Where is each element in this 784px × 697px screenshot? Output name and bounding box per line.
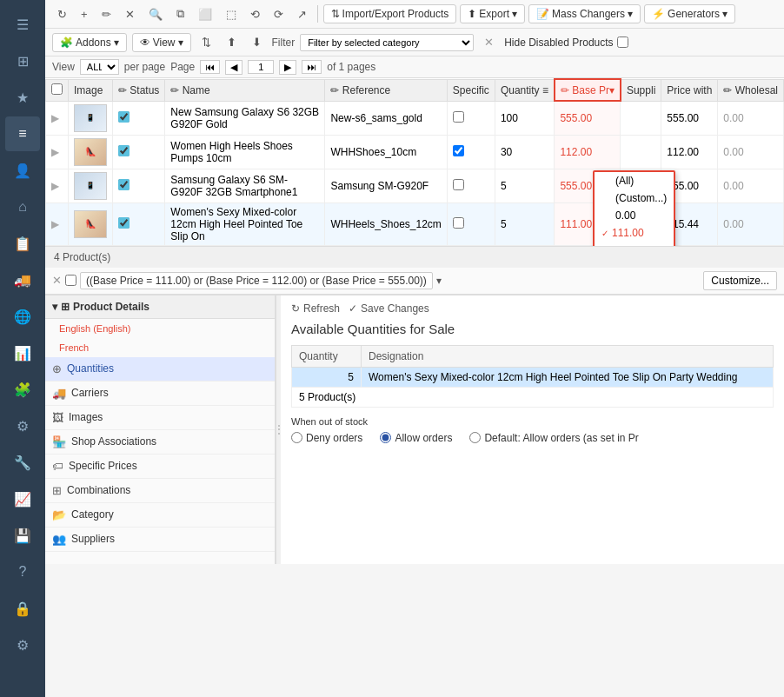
col-status[interactable]: ✏ Status (113, 79, 165, 101)
duplicate-button[interactable]: ⬜ (193, 4, 217, 24)
allow-orders-radio[interactable] (380, 432, 391, 443)
sidebar-wrench-icon[interactable]: 🔧 (5, 445, 40, 480)
left-nav-french[interactable]: French (45, 338, 275, 357)
row-status[interactable] (113, 169, 165, 202)
sidebar-dashboard-icon[interactable]: ⊞ (5, 43, 40, 78)
filter-clear-btn[interactable]: ✕ (479, 32, 499, 52)
col-quantity[interactable]: Quantity ≡ (495, 79, 555, 101)
copy-button[interactable]: ⧉ (171, 3, 189, 24)
sidebar-chart-icon[interactable]: 📊 (5, 335, 40, 370)
export-button[interactable]: ⬆ Export ▾ (460, 4, 525, 23)
up-icon-btn[interactable]: ⬆ (222, 32, 242, 52)
allow-orders-option[interactable]: Allow orders (380, 432, 452, 444)
addons-button[interactable]: 🧩 Addons ▾ (52, 33, 127, 52)
col-base-price[interactable]: ✏ Base Pr▾ (555, 79, 621, 101)
deny-orders-option[interactable]: Deny orders (291, 432, 362, 444)
dropdown-item-112[interactable]: ✓ 112.00 (595, 242, 674, 246)
sidebar-menu-icon[interactable]: ☰ (5, 7, 40, 42)
row-status[interactable] (113, 202, 165, 245)
sidebar-globe-icon[interactable]: 🌐 (5, 299, 40, 334)
down-icon-btn[interactable]: ⬇ (247, 32, 267, 52)
more1-button[interactable]: ⬚ (221, 4, 242, 24)
sidebar-question-icon[interactable]: ? (5, 554, 40, 589)
more2-button[interactable]: ⟲ (245, 4, 265, 24)
col-price-with[interactable]: Price with (661, 79, 718, 101)
col-reference[interactable]: ✏ Reference (325, 79, 447, 101)
col-checkbox[interactable] (46, 79, 69, 101)
sidebar-orders-icon[interactable]: ★ (5, 80, 40, 115)
col-specific[interactable]: Specific (447, 79, 495, 101)
row-specific[interactable] (447, 135, 495, 169)
left-nav-carriers[interactable]: 🚚 Carriers (45, 382, 275, 406)
filter-select[interactable]: Filter by selected category (300, 34, 474, 51)
sidebar-shipping-icon[interactable]: 🚚 (5, 262, 40, 297)
mass-changers-button[interactable]: 📝 Mass Changers ▾ (528, 4, 641, 23)
delete-button[interactable]: ✕ (120, 4, 140, 24)
row-expand[interactable]: ▶ (46, 202, 69, 245)
prev-page-btn[interactable]: ◀ (225, 60, 243, 75)
add-button[interactable]: + (76, 4, 93, 24)
more3-button[interactable]: ⟳ (269, 4, 289, 24)
row-specific[interactable] (447, 169, 495, 202)
view-button[interactable]: 👁 View ▾ (132, 33, 191, 52)
dropdown-item-111[interactable]: ✓ 111.00 (595, 224, 674, 242)
left-nav-english[interactable]: English (English) (45, 319, 275, 338)
row-expand[interactable]: ▶ (46, 135, 69, 169)
left-nav-quantities[interactable]: ⊕ Quantities (45, 357, 275, 382)
sidebar-hdd-icon[interactable]: 💾 (5, 518, 40, 553)
sidebar-stats-icon[interactable]: 📈 (5, 481, 40, 516)
left-nav-shop-assoc[interactable]: 🏪 Shop Associations (45, 430, 275, 455)
filter-close-btn[interactable]: ✕ (52, 274, 62, 287)
customize-button[interactable]: Customize... (703, 271, 777, 290)
total-pages: of 1 pages (327, 61, 375, 73)
detail-refresh-button[interactable]: ↻ Refresh (291, 302, 340, 315)
row-expand[interactable]: ▶ (46, 169, 69, 202)
page-input[interactable] (248, 60, 274, 74)
sidebar-clipboard-icon[interactable]: 📋 (5, 226, 40, 261)
save-changes-button[interactable]: ✓ Save Changes (349, 302, 429, 315)
sidebar-customers-icon[interactable]: 👤 (5, 153, 40, 188)
left-nav-suppliers[interactable]: 👥 Suppliers (45, 528, 275, 552)
col-image[interactable]: Image (69, 79, 113, 101)
sidebar-lock-icon[interactable]: 🔒 (5, 591, 40, 626)
quantities-icon: ⊕ (52, 362, 62, 375)
default-orders-radio[interactable] (469, 432, 481, 443)
row-expand[interactable]: ▶ (46, 101, 69, 135)
dropdown-item-custom[interactable]: (Custom...) (595, 189, 674, 207)
left-nav-header[interactable]: ▾ ⊞ Product Details (45, 295, 275, 319)
sidebar-puzzle-icon[interactable]: 🧩 (5, 372, 40, 407)
dropdown-item-all[interactable]: (All) (595, 172, 674, 189)
left-nav-combinations[interactable]: ⊞ Combinations (45, 479, 275, 503)
sidebar-catalog-icon[interactable]: ≡ (5, 116, 40, 151)
default-orders-option[interactable]: Default: Allow orders (as set in Pr (469, 432, 638, 444)
hide-disabled-checkbox[interactable] (617, 37, 628, 48)
next-page-btn[interactable]: ▶ (279, 60, 296, 75)
row-status[interactable] (113, 135, 165, 169)
import-export-button[interactable]: ⇅ Import/Export Products (323, 4, 457, 23)
more4-button[interactable]: ↗ (292, 4, 312, 24)
sidebar-sliders-icon[interactable]: ⚙ (5, 408, 40, 443)
row-specific[interactable] (447, 101, 495, 135)
generators-button[interactable]: ⚡ Generators ▾ (644, 4, 735, 23)
sort-icon-btn[interactable]: ⇅ (196, 32, 216, 52)
left-nav-specific-prices[interactable]: 🏷 Specific Prices (45, 455, 275, 479)
dropdown-item-000[interactable]: 0.00 (595, 207, 674, 224)
first-page-btn[interactable]: ⏮ (200, 60, 220, 74)
left-nav-category[interactable]: 📂 Category (45, 503, 275, 528)
left-nav-images[interactable]: 🖼 Images (45, 406, 275, 430)
sidebar-gear-icon[interactable]: ⚙ (5, 627, 40, 662)
filter-arrow[interactable]: ▾ (436, 275, 442, 287)
search-button[interactable]: 🔍 (143, 4, 168, 24)
per-page-select[interactable]: ALL (80, 59, 119, 75)
deny-orders-radio[interactable] (291, 432, 302, 443)
filter-checkbox[interactable] (65, 275, 76, 286)
edit-button[interactable]: ✏ (96, 4, 116, 24)
col-supplier[interactable]: Suppli (621, 79, 661, 101)
row-specific[interactable] (447, 202, 495, 245)
refresh-button[interactable]: ↻ (52, 4, 72, 24)
col-wholesale[interactable]: ✏ Wholesal (718, 79, 784, 101)
last-page-btn[interactable]: ⏭ (302, 60, 322, 74)
sidebar-home-icon[interactable]: ⌂ (5, 189, 40, 224)
row-status[interactable] (113, 101, 165, 135)
col-name[interactable]: ✏ Name (165, 79, 325, 101)
